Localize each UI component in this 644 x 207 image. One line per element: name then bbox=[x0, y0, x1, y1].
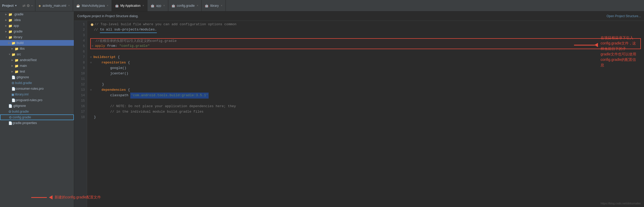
tab-close-config[interactable]: × bbox=[197, 4, 198, 7]
sidebar-item-gitignore-lib[interactable]: 📄 .gitignore bbox=[0, 74, 74, 80]
item-label: build.gradle bbox=[12, 110, 29, 113]
tab-my-application[interactable]: 🤖 My Application × bbox=[112, 0, 147, 11]
item-label: test bbox=[20, 70, 25, 73]
item-label: main bbox=[20, 64, 27, 68]
item-label: src bbox=[17, 53, 21, 56]
arrow-icon: ▶ bbox=[5, 19, 8, 21]
code-line-12: } bbox=[90, 82, 641, 87]
keyword: buildscript bbox=[93, 55, 116, 60]
code-line-1: // Top-level build file where you can ad… bbox=[90, 22, 641, 27]
sidebar-item-gradle[interactable]: ▶ 📁 .gradle bbox=[0, 11, 74, 17]
sidebar-item-main[interactable]: ▶ 📁 main bbox=[0, 63, 74, 69]
code-text: { bbox=[126, 60, 130, 66]
sidebar-item-src[interactable]: ▼ 📁 src bbox=[0, 51, 74, 57]
tab-mainactivity-java[interactable]: ☕ MainActivity.java × bbox=[73, 0, 112, 11]
project-header[interactable]: Project ▼ ⇄ ⚙ − bbox=[0, 0, 35, 11]
tab-activity-main-xml[interactable]: ◈ activity_main.xml × bbox=[35, 0, 73, 11]
item-label: libs bbox=[20, 47, 25, 50]
fold-icon: ⊟ bbox=[90, 61, 93, 64]
item-label: gradle bbox=[14, 30, 23, 33]
folder-icon: 📁 bbox=[8, 24, 12, 28]
arrow-line bbox=[574, 45, 595, 46]
toolbar-icon3: − bbox=[31, 4, 33, 8]
fold-icon: ⊟ bbox=[92, 44, 94, 48]
line-numbers: 1 2 3 4 5 6 7 8 9 10 11 12 13 14 15 16 1… bbox=[74, 21, 87, 207]
tab-label-myapp: My Application bbox=[120, 4, 140, 8]
folder-icon: 📁 bbox=[15, 58, 19, 62]
arrow-icon: ▶ bbox=[5, 30, 8, 33]
sidebar-item-gradle-properties[interactable]: 📄 gradle.properties bbox=[0, 120, 74, 126]
arrow-icon: ▶ bbox=[11, 70, 15, 73]
file-icon: 📄 bbox=[8, 104, 12, 108]
code-text: // NOTE: Do not place your application d… bbox=[94, 104, 236, 109]
tab-library[interactable]: 🤖 library × bbox=[202, 0, 226, 11]
sidebar-item-gitignore-root[interactable]: 📄 .gitignore bbox=[0, 103, 74, 109]
code-line-9: google() bbox=[90, 66, 641, 71]
string-value: "config.gradle" bbox=[119, 43, 150, 49]
item-label: proguard-rules.pro bbox=[16, 98, 42, 102]
item-label: .gitignore bbox=[12, 104, 26, 108]
sidebar-item-proguard-rules[interactable]: 📄 proguard-rules.pro bbox=[0, 97, 74, 103]
sidebar-item-build-gradle-lib[interactable]: ⚙ build.gradle bbox=[0, 80, 74, 86]
code-editor[interactable]: // Top-level build file where you can ad… bbox=[87, 21, 644, 207]
item-label: .gitignore bbox=[16, 75, 29, 79]
code-text: { bbox=[126, 87, 130, 93]
sidebar-item-gradle-dir[interactable]: ▶ 📁 gradle bbox=[0, 29, 74, 34]
bulb-icon bbox=[91, 23, 93, 26]
sidebar-item-library-iml[interactable]: ◼ library.iml bbox=[0, 92, 74, 97]
arrow-head bbox=[594, 43, 598, 47]
code-text: // bbox=[94, 27, 100, 33]
sidebar-item-idea[interactable]: ▶ 📁 .idea bbox=[0, 17, 74, 23]
sidebar-item-build[interactable]: ▶ 📁 build bbox=[0, 40, 74, 46]
fold-icon: ⊟ bbox=[90, 88, 93, 92]
keyword: dependencies bbox=[101, 87, 126, 93]
item-label: library.iml bbox=[15, 93, 29, 96]
arrow-icon: ▶ bbox=[8, 42, 11, 44]
sidebar-item-config-gradle[interactable]: ⚙ config.gradle bbox=[0, 114, 74, 120]
toolbar-icon1: ⇄ bbox=[22, 4, 25, 8]
folder-icon: 📁 bbox=[8, 30, 12, 34]
item-label: build bbox=[17, 41, 23, 45]
code-line-3 bbox=[90, 33, 641, 38]
project-sidebar: ▶ 📁 .gradle ▶ 📁 .idea ▶ 📁 app ▶ 📁 gradle… bbox=[0, 11, 74, 207]
folder-icon: 📁 bbox=[11, 53, 16, 56]
tab-close-app[interactable]: × bbox=[163, 4, 165, 7]
open-project-structure-link[interactable]: Open Project Structure... bbox=[607, 14, 641, 18]
tab-icon-app: 🤖 bbox=[151, 4, 154, 8]
folder-icon: 📁 bbox=[15, 70, 19, 74]
sidebar-item-consumer-rules[interactable]: 📄 consumer-rules.pro bbox=[0, 86, 74, 92]
tab-config-gradle[interactable]: 🤖 config.gradle × bbox=[168, 0, 202, 11]
folder-icon: 📁 bbox=[8, 35, 12, 39]
tab-close-myapp[interactable]: × bbox=[143, 4, 144, 7]
string-highlight: 'com.android.tools.build:gradle:3.5.1' bbox=[130, 93, 208, 99]
tab-close-library[interactable]: × bbox=[221, 4, 222, 7]
info-bar: Configure project in Project Structure d… bbox=[74, 11, 644, 21]
sidebar-item-test[interactable]: ▶ 📁 test bbox=[0, 69, 74, 74]
file-icon: 📄 bbox=[8, 121, 12, 125]
code-line-16: // NOTE: Do not place your application d… bbox=[90, 104, 641, 109]
tab-close-java[interactable]: × bbox=[107, 4, 108, 7]
sidebar-item-app[interactable]: ▶ 📁 app bbox=[0, 23, 74, 29]
item-label: library bbox=[14, 35, 22, 39]
tab-icon-java: ☕ bbox=[76, 4, 80, 8]
toolbar-icon2: ⚙ bbox=[27, 4, 30, 8]
code-line-5: ⊟ apply from: "config.gradle" bbox=[90, 44, 641, 49]
sidebar-item-libs[interactable]: ▶ 📁 libs bbox=[0, 46, 74, 51]
arrow-icon: ▶ bbox=[11, 64, 15, 67]
tab-label-library: library bbox=[210, 4, 219, 8]
sidebar-item-library[interactable]: ▼ 📁 library bbox=[0, 34, 74, 40]
sidebar-item-androidtest[interactable]: ▶ 📁 androidTest bbox=[0, 57, 74, 63]
code-line-4: //在根目录的头部可以引入自定义的config.gradle bbox=[90, 38, 641, 44]
code-text: { bbox=[116, 55, 120, 60]
project-label: Project bbox=[2, 4, 14, 8]
item-label: consumer-rules.pro bbox=[16, 87, 44, 90]
code-text: jcenter() bbox=[94, 71, 128, 76]
watermark: https://blog.csdn.net/dirksmaller bbox=[601, 202, 641, 205]
item-label: gradle.properties bbox=[12, 121, 37, 125]
tab-close-xml[interactable]: × bbox=[68, 4, 70, 7]
tab-app[interactable]: 🤖 app × bbox=[147, 0, 168, 11]
sidebar-item-build-gradle-root[interactable]: ⚙ build.gradle bbox=[0, 109, 74, 114]
code-text bbox=[93, 87, 101, 93]
arrow-icon: ▼ bbox=[8, 53, 11, 56]
gradle-icon: ⚙ bbox=[8, 110, 11, 114]
